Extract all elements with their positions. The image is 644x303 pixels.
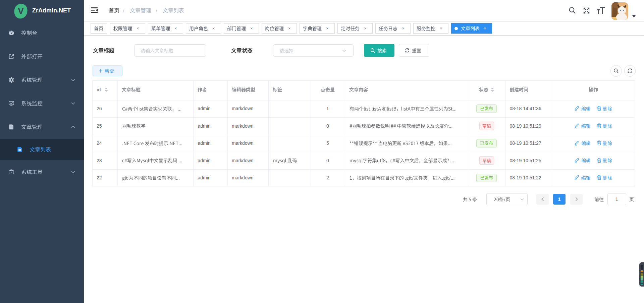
svg-text:V: V bbox=[18, 6, 24, 16]
